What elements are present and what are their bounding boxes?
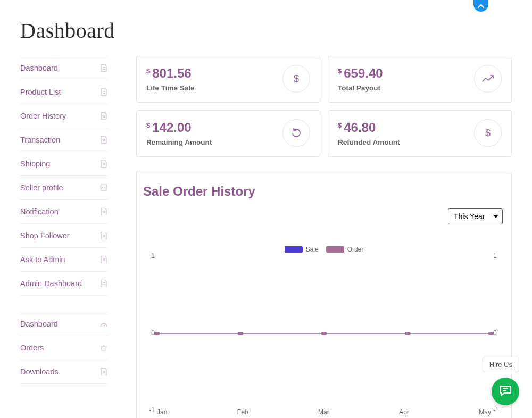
legend-swatch-order: [326, 246, 344, 253]
chart-point: [237, 332, 243, 335]
trend-up-icon: [474, 65, 502, 93]
svg-text:$: $: [485, 128, 491, 138]
chart-legend: Sale Order: [144, 246, 504, 253]
file-icon: [100, 368, 107, 375]
card-currency: $: [338, 121, 342, 129]
file-icon: [100, 136, 107, 144]
sidebar-item-dashboard[interactable]: Dashboard: [20, 56, 107, 80]
svg-text:$: $: [294, 73, 299, 84]
sidebar-item-admin-dashboard[interactable]: Admin Dashboard: [20, 271, 107, 296]
file-icon: [100, 208, 107, 215]
sidebar-item-label: Shipping: [20, 160, 50, 168]
chart-area: -101-101JanFebMarAprMay: [147, 256, 501, 411]
sidebar-item-orders[interactable]: Orders: [20, 336, 107, 360]
chat-icon: [499, 384, 512, 398]
sidebar-item-label: Shop Follower: [20, 231, 70, 240]
summary-card-total-payout: $659.40Total Payout: [328, 56, 512, 103]
y-tick-left: 0: [147, 329, 155, 337]
chart-point: [404, 332, 410, 335]
sidebar-item-label: Downloads: [20, 367, 59, 376]
card-amount-value: 46.80: [344, 120, 376, 135]
sidebar-item-dashboard[interactable]: Dashboard: [20, 312, 107, 336]
chart-plot: [157, 256, 491, 411]
legend-label-sale: Sale: [306, 246, 319, 253]
panel-title: Sale Order History: [143, 184, 505, 199]
sidebar-item-transaction[interactable]: Transaction: [20, 128, 107, 152]
sidebar-item-label: Dashboard: [20, 320, 58, 328]
sidebar-item-label: Dashboard: [20, 64, 58, 72]
x-tick: Mar: [318, 408, 329, 416]
card-label: Total Payout: [338, 84, 383, 92]
sale-order-history-panel: Sale Order History This Year Sale: [136, 171, 512, 418]
card-label: Remaining Amount: [146, 138, 212, 146]
x-axis: JanFebMarAprMay: [157, 408, 491, 416]
y-tick-right: 1: [493, 252, 501, 260]
x-tick: Apr: [399, 408, 409, 416]
sidebar-item-product-list[interactable]: Product List: [20, 80, 107, 104]
page-title: Dashboard: [20, 18, 512, 43]
card-amount-value: 801.56: [152, 66, 191, 81]
file-icon: [100, 112, 107, 120]
chevron-up-icon: [478, 1, 484, 11]
legend-item-order: Order: [326, 246, 364, 253]
sidebar-item-label: Order History: [20, 112, 66, 120]
summary-card-refunded-amount: $46.80Refunded Amount$: [328, 110, 512, 157]
sidebar-item-label: Transaction: [20, 136, 60, 144]
sidebar-item-label: Orders: [20, 344, 44, 352]
card-amount: $46.80: [338, 120, 400, 135]
basket-icon: [100, 344, 107, 352]
y-tick-right: 0: [493, 329, 501, 337]
range-select[interactable]: This Year: [448, 208, 503, 224]
summary-card-remaining-amount: $142.00Remaining Amount: [136, 110, 320, 157]
dollar-icon: $: [282, 65, 310, 93]
card-label: Life Time Sale: [146, 84, 195, 92]
card-currency: $: [146, 67, 150, 75]
sidebar-item-order-history[interactable]: Order History: [20, 104, 107, 128]
summary-cards: $801.56Life Time Sale$$659.40Total Payou…: [136, 56, 512, 157]
chart-point: [321, 332, 327, 335]
file-icon: [100, 232, 107, 239]
card-amount: $142.00: [146, 120, 212, 135]
chat-fab[interactable]: [492, 378, 519, 405]
sidebar-item-shop-follower[interactable]: Shop Follower: [20, 223, 107, 247]
file-icon: [100, 88, 107, 96]
hire-us-button[interactable]: Hire Us: [483, 357, 519, 372]
x-tick: May: [479, 408, 491, 416]
legend-swatch-sale: [285, 246, 303, 253]
card-currency: $: [338, 67, 342, 75]
sidebar-item-label: Admin Dashboard: [20, 279, 82, 288]
sidebar-item-shipping[interactable]: Shipping: [20, 152, 107, 175]
y-tick-left: 1: [147, 252, 155, 260]
sidebar-group-account: DashboardOrdersDownloads: [20, 312, 107, 384]
x-tick: Feb: [237, 408, 248, 416]
sidebar-item-label: Ask to Admin: [20, 255, 65, 264]
x-tick: Jan: [157, 408, 167, 416]
gauge-icon: [100, 320, 107, 328]
sidebar-item-label: Product List: [20, 88, 61, 96]
card-amount: $801.56: [146, 66, 195, 81]
sidebar: DashboardProduct ListOrder HistoryTransa…: [20, 56, 107, 400]
sidebar-item-label: Seller profile: [20, 183, 63, 192]
file-icon: [100, 64, 107, 72]
sidebar-group-vendor: DashboardProduct ListOrder HistoryTransa…: [20, 56, 107, 296]
sidebar-item-seller-profile[interactable]: Seller profile: [20, 175, 107, 199]
sidebar-item-notification[interactable]: Notification: [20, 199, 107, 223]
summary-card-life-time-sale: $801.56Life Time Sale$: [136, 56, 320, 103]
file-icon: [100, 280, 107, 287]
card-amount-value: 659.40: [344, 66, 383, 81]
card-amount-value: 142.00: [152, 120, 191, 135]
file-icon: [100, 160, 107, 168]
dollar-icon: $: [474, 119, 502, 147]
sidebar-item-downloads[interactable]: Downloads: [20, 360, 107, 384]
chart-point: [154, 332, 160, 335]
card-label: Refunded Amount: [338, 138, 400, 146]
y-tick-right: -1: [493, 406, 501, 414]
file-icon: [100, 256, 107, 263]
card-amount: $659.40: [338, 66, 383, 81]
card-currency: $: [146, 121, 150, 129]
sidebar-item-label: Notification: [20, 207, 59, 216]
undo-icon: [282, 119, 310, 147]
sidebar-item-ask-to-admin[interactable]: Ask to Admin: [20, 247, 107, 271]
y-tick-left: -1: [147, 406, 155, 414]
legend-label-order: Order: [347, 246, 364, 253]
